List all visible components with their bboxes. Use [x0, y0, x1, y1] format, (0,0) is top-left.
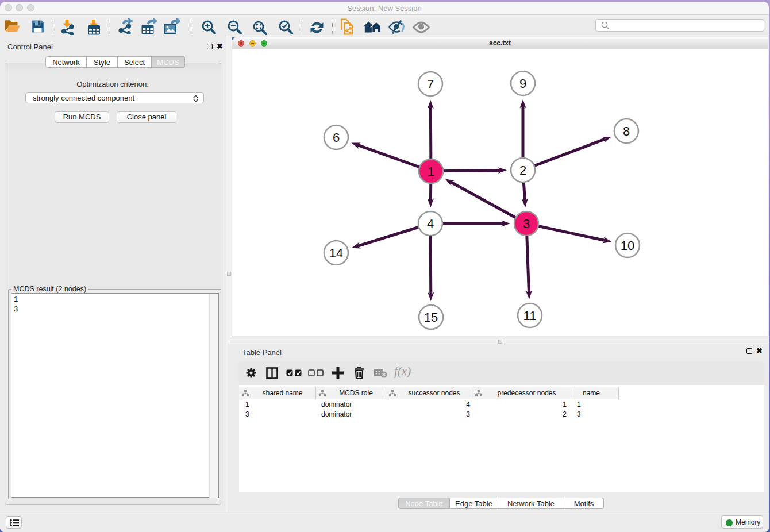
- svg-text:6: 6: [333, 130, 340, 145]
- svg-text:7: 7: [427, 77, 434, 91]
- svg-text:3: 3: [523, 217, 530, 231]
- svg-text:11: 11: [523, 309, 537, 323]
- svg-text:4: 4: [427, 217, 434, 231]
- svg-text:2: 2: [519, 163, 526, 178]
- svg-text:1: 1: [428, 164, 434, 179]
- svg-text:15: 15: [424, 310, 438, 325]
- svg-text:14: 14: [329, 246, 343, 260]
- svg-text:10: 10: [621, 238, 634, 253]
- svg-text:8: 8: [623, 124, 630, 138]
- svg-text:9: 9: [519, 76, 526, 91]
